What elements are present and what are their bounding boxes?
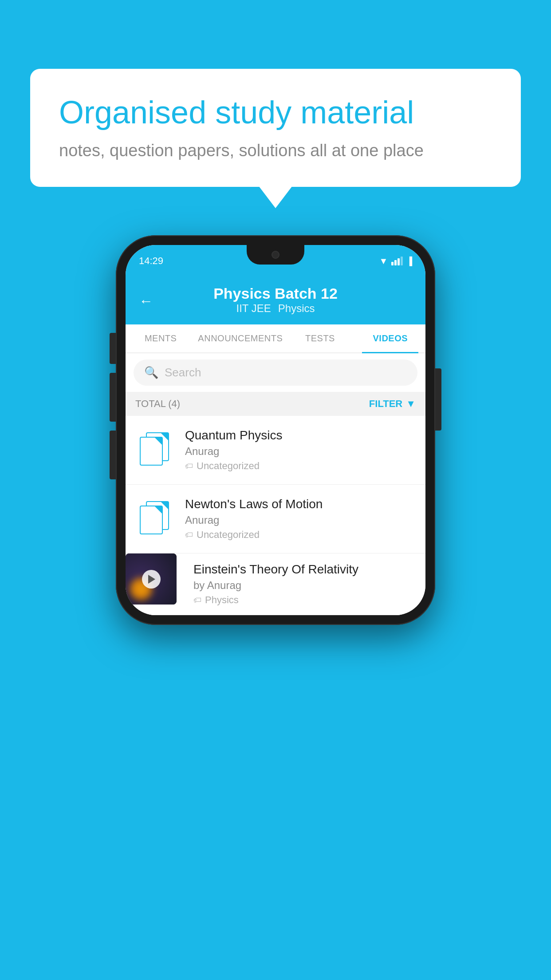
volume-down-button [110, 373, 116, 422]
speech-bubble: Organised study material notes, question… [30, 69, 521, 187]
tag-icon: 🏷 [185, 530, 193, 540]
batch-subtitle: IIT JEE Physics [236, 302, 315, 315]
video-tag: 🏷 Uncategorized [185, 460, 416, 472]
subtitle-iitjee: IIT JEE [236, 302, 271, 315]
tab-videos[interactable]: VIDEOS [355, 324, 425, 352]
filter-bar: TOTAL (4) FILTER ▼ [126, 392, 425, 416]
tag-label: Physics [205, 594, 239, 606]
tag-label: Uncategorized [197, 529, 260, 541]
file-icon-container [135, 430, 175, 470]
phone-mockup: 14:29 ▼ ▐ ← Physics B [116, 235, 435, 625]
play-button[interactable] [142, 570, 161, 589]
list-item[interactable]: Newton's Laws of Motion Anurag 🏷 Uncateg… [126, 485, 425, 553]
tab-ments[interactable]: MENTS [126, 324, 196, 352]
list-item[interactable]: Quantum Physics Anurag 🏷 Uncategorized [126, 416, 425, 485]
file-icon [140, 432, 171, 468]
file-fold [155, 438, 162, 445]
speech-bubble-section: Organised study material notes, question… [30, 69, 521, 187]
video-tag: 🏷 Uncategorized [185, 529, 416, 541]
play-triangle [148, 575, 155, 584]
search-section: 🔍 Search [126, 353, 425, 392]
status-time: 14:29 [139, 255, 163, 267]
batch-title: Physics Batch 12 [213, 285, 338, 302]
file-icon-container [135, 499, 175, 539]
file-fold [155, 506, 162, 514]
filter-button[interactable]: FILTER ▼ [369, 398, 416, 410]
notch [247, 245, 304, 265]
video-info: Einstein's Theory Of Relativity by Anura… [186, 553, 416, 615]
video-title: Einstein's Theory Of Relativity [193, 562, 409, 577]
search-placeholder: Search [165, 366, 201, 379]
tag-icon: 🏷 [193, 596, 201, 605]
tab-tests[interactable]: TESTS [285, 324, 355, 352]
volume-up-button [110, 333, 116, 364]
tag-label: Uncategorized [197, 460, 260, 472]
search-bar[interactable]: 🔍 Search [134, 360, 417, 386]
wifi-icon: ▼ [379, 256, 388, 266]
video-author: Anurag [185, 514, 416, 526]
video-author: Anurag [185, 445, 416, 458]
list-item[interactable]: Einstein's Theory Of Relativity by Anura… [126, 553, 425, 615]
file-icon [140, 501, 171, 537]
video-tag: 🏷 Physics [193, 594, 409, 606]
power-button [435, 368, 441, 431]
status-icons: ▼ ▐ [379, 256, 412, 266]
silent-button [110, 431, 116, 479]
signal-icon [391, 257, 403, 265]
tab-bar: MENTS ANNOUNCEMENTS TESTS VIDEOS [126, 324, 425, 353]
video-thumbnail [126, 553, 177, 605]
file-page-front [140, 506, 163, 534]
back-button[interactable]: ← [139, 292, 153, 309]
video-info: Quantum Physics Anurag 🏷 Uncategorized [185, 428, 416, 472]
video-list: Quantum Physics Anurag 🏷 Uncategorized [126, 416, 425, 615]
video-title: Quantum Physics [185, 428, 416, 443]
filter-icon: ▼ [406, 398, 416, 410]
tab-announcements[interactable]: ANNOUNCEMENTS [196, 324, 285, 352]
phone-screen: 14:29 ▼ ▐ ← Physics B [126, 245, 425, 615]
tag-icon: 🏷 [185, 462, 193, 471]
total-count: TOTAL (4) [135, 398, 180, 410]
video-author: by Anurag [193, 579, 409, 592]
bubble-subtitle: notes, question papers, solutions all at… [59, 141, 492, 160]
status-bar: 14:29 ▼ ▐ [126, 245, 425, 277]
subtitle-physics: Physics [278, 302, 315, 315]
search-icon: 🔍 [144, 366, 158, 379]
filter-label: FILTER [369, 398, 402, 410]
camera [272, 251, 279, 259]
bubble-title: Organised study material [59, 93, 492, 131]
phone-shell: 14:29 ▼ ▐ ← Physics B [116, 235, 435, 625]
video-info: Newton's Laws of Motion Anurag 🏷 Uncateg… [185, 497, 416, 541]
battery-icon: ▐ [406, 257, 412, 266]
app-header: ← Physics Batch 12 IIT JEE Physics [126, 277, 425, 324]
video-title: Newton's Laws of Motion [185, 497, 416, 511]
file-page-front [140, 437, 163, 466]
